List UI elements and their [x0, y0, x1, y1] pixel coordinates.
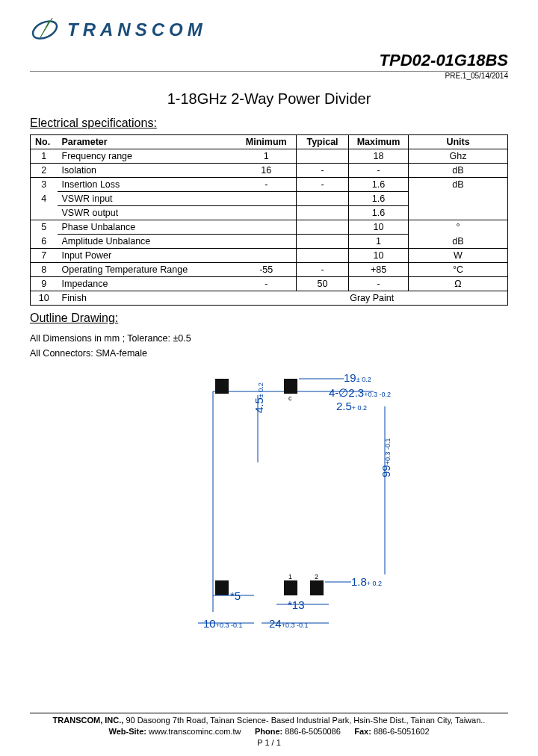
svg-rect-5 — [215, 580, 229, 595]
brand-name: TRANSCOM — [67, 19, 207, 40]
dim-star5: *5 — [230, 589, 241, 602]
table-row: 2 Isolation 16 - - dB — [31, 164, 508, 178]
dim-1-8: 1.8+ 0.2 — [351, 575, 382, 588]
dim-4-5: 4.5± 0.2 — [253, 382, 265, 413]
svg-rect-6 — [284, 580, 297, 595]
table-row: 6 Amplitude Unbalance 1 dB — [31, 235, 508, 249]
table-row: 10 Finish Gray Paint — [31, 291, 508, 306]
footer-fax-label: Fax: — [354, 727, 371, 736]
table-row: 3 Insertion Loss - - 1.6 dB — [31, 178, 508, 192]
footer-addr: 90 Dasoong 7th Road, Tainan Science- Bas… — [123, 716, 485, 725]
svg-rect-3 — [215, 379, 229, 394]
footer-web: www.transcominc.com.tw — [146, 727, 241, 736]
footer-web-label: Web-Site: — [108, 727, 146, 736]
label-1: 1 — [288, 573, 292, 580]
section-outline-header: Outline Drawing: — [30, 312, 508, 325]
footer-page: P 1 / 1 — [30, 737, 508, 749]
hdr-max: Maximum — [349, 135, 409, 149]
drawing-notes: All Dimensions in mm ; Tolerance: ±0.5 A… — [30, 331, 508, 361]
header: TRANSCOM — [30, 15, 508, 45]
page: TRANSCOM TPD02-01G18BS PRE.1_05/14/2014 … — [0, 0, 538, 756]
footer-fax: 886-6-5051602 — [371, 727, 430, 736]
part-number-row: TPD02-01G18BS — [30, 51, 508, 72]
dim-19: 19± 0.2 — [344, 371, 371, 384]
dim-4d: 4-∅2.3+0.3 -0.2 — [329, 386, 391, 400]
note-line-2: All Connectors: SMA-female — [30, 346, 508, 361]
label-2: 2 — [315, 573, 318, 580]
hdr-typ: Typical — [297, 135, 349, 149]
table-row: 4 VSWR input 1.6 — [31, 192, 508, 206]
table-row: 8 Operating Temperature Range -55 - +85 … — [31, 263, 508, 277]
dim-99: 99+0.3 -0.1 — [380, 439, 392, 477]
section-elec-header: Electrical specifications: — [30, 117, 508, 130]
hdr-param: Parameter — [58, 135, 237, 149]
table-header-row: No. Parameter Minimum Typical Maximum Un… — [31, 135, 508, 149]
footer-phone: 886-6-5050086 — [282, 727, 341, 736]
label-c: c — [288, 394, 292, 402]
dim-2-5: 2.5+ 0.2 — [336, 400, 367, 412]
footer-phone-label: Phone: — [255, 727, 282, 736]
svg-rect-4 — [284, 379, 297, 394]
drawing-svg — [30, 365, 508, 642]
footer-company: TRANSCOM, INC., — [53, 716, 124, 725]
footer: TRANSCOM, INC., 90 Dasoong 7th Road, Tai… — [30, 713, 508, 749]
logo-icon — [30, 15, 60, 45]
part-number: TPD02-01G18BS — [380, 51, 508, 69]
dim-24: 24+0.3 -0.1 — [269, 617, 308, 630]
table-row: 1 Frequency range 1 18 Ghz — [31, 149, 508, 164]
table-row: 9 Impedance - 50 - Ω — [31, 277, 508, 291]
spec-table: No. Parameter Minimum Typical Maximum Un… — [30, 134, 508, 306]
note-line-1: All Dimensions in mm ; Tolerance: ±0.5 — [30, 331, 508, 346]
table-row: VSWR output 1.6 — [31, 206, 508, 220]
hdr-no: No. — [31, 135, 58, 149]
hdr-min: Minimum — [237, 135, 297, 149]
dim-star13: *13 — [288, 598, 305, 611]
hdr-units: Units — [409, 135, 508, 149]
table-row: 5 Phase Unbalance 10 ° — [31, 220, 508, 235]
svg-rect-7 — [310, 580, 324, 595]
table-row: 7 Input Power 10 W — [31, 249, 508, 263]
page-title: 1-18GHz 2-Way Power Divider — [30, 90, 508, 108]
outline-drawing: 19± 0.2 4-∅2.3+0.3 -0.2 2.5+ 0.2 4.5± 0.… — [30, 365, 508, 642]
revision-line: PRE.1_05/14/2014 — [30, 72, 508, 80]
dim-10: 10+0.3 -0.1 — [203, 617, 242, 630]
